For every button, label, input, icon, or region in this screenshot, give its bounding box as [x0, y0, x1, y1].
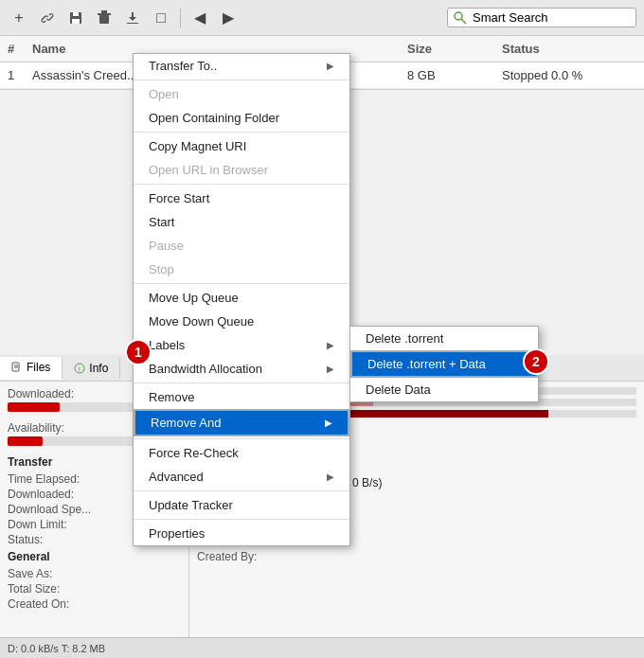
separator-7 — [134, 490, 349, 491]
separator-3 — [134, 184, 349, 185]
submenu-delete-torrent-data[interactable]: Delete .torrent + Data — [350, 350, 538, 378]
save-as-label: Save As: — [8, 567, 181, 580]
separator-6 — [134, 438, 349, 439]
status-bar-text: D: 0.0 kB/s T: 8.2 MB — [8, 643, 105, 654]
created-on-label: Created On: — [8, 597, 181, 611]
menu-labels[interactable]: Labels ▶ — [134, 333, 349, 357]
separator-5 — [134, 382, 349, 383]
menu-remove[interactable]: Remove — [134, 385, 349, 409]
download-button[interactable] — [121, 7, 144, 29]
svg-rect-3 — [98, 13, 111, 15]
svg-rect-2 — [72, 19, 80, 24]
delete-button[interactable] — [93, 7, 116, 29]
svg-text:i: i — [79, 365, 80, 373]
menu-bandwidth[interactable]: Bandwidth Allocation ▶ — [134, 357, 349, 381]
next-button[interactable]: ▶ — [217, 7, 240, 29]
col-size: Size — [407, 42, 502, 56]
availability-progress-fill — [8, 436, 43, 446]
svg-point-6 — [455, 12, 462, 20]
menu-pause[interactable]: Pause — [134, 234, 349, 258]
row-num: 1 — [0, 68, 28, 82]
separator-2 — [134, 132, 349, 133]
tab-info-label: Info — [89, 362, 108, 375]
save-button[interactable] — [64, 7, 87, 29]
row-status: Stopped 0.0 % — [502, 68, 644, 82]
context-menu: Transfer To.. ▶ Open Open Containing Fol… — [133, 53, 350, 546]
square-button[interactable]: □ — [150, 7, 172, 29]
tab-files[interactable]: Files — [0, 357, 63, 380]
svg-line-7 — [461, 19, 466, 24]
menu-advanced[interactable]: Advanced ▶ — [134, 465, 349, 489]
toolbar: + □ ◀ ▶ Smart Search — [0, 0, 644, 36]
menu-remove-and[interactable]: Remove And ▶ — [134, 409, 349, 436]
badge-2: 2 — [523, 348, 549, 375]
prev-button[interactable]: ◀ — [188, 7, 211, 29]
status-bar: D: 0.0 kB/s T: 8.2 MB — [0, 637, 644, 658]
menu-properties[interactable]: Properties — [134, 522, 349, 545]
submenu-arrow-bandwidth: ▶ — [327, 364, 334, 374]
total-size-label: Total Size: — [8, 582, 181, 596]
submenu-arrow-labels: ▶ — [327, 340, 334, 350]
menu-force-start[interactable]: Force Start — [134, 187, 349, 210]
smart-search-label: Smart Search — [473, 10, 547, 25]
svg-rect-5 — [99, 15, 109, 24]
menu-start[interactable]: Start — [134, 210, 349, 234]
smart-search-box[interactable]: Smart Search — [447, 8, 636, 27]
row-size: 8 GB — [407, 68, 502, 82]
submenu-delete-torrent[interactable]: Delete .torrent — [350, 327, 538, 350]
menu-force-recheck[interactable]: Force Re-Check — [134, 441, 349, 465]
menu-open[interactable]: Open — [134, 82, 349, 106]
col-num: # — [0, 42, 28, 56]
submenu-removeand: Delete .torrent Delete .torrent + Data D… — [349, 326, 539, 402]
separator-8 — [134, 519, 349, 520]
submenu-arrow-transfer: ▶ — [327, 61, 334, 71]
separator-1 — [134, 80, 349, 80]
separator-4 — [134, 283, 349, 284]
svg-rect-1 — [73, 12, 79, 16]
add-button[interactable]: + — [8, 7, 30, 29]
submenu-arrow-advanced: ▶ — [327, 471, 334, 482]
menu-open-url[interactable]: Open URL in Browser — [134, 158, 349, 182]
menu-open-folder[interactable]: Open Containing Folder — [134, 106, 349, 130]
menu-transfer-to[interactable]: Transfer To.. ▶ — [134, 54, 349, 78]
general-section: General — [8, 550, 181, 563]
menu-move-up[interactable]: Move Up Queue — [134, 286, 349, 310]
tab-info[interactable]: i Info — [63, 358, 120, 379]
divider — [180, 9, 181, 27]
created-by-label: Created By: — [197, 550, 257, 563]
col-status: Status — [502, 42, 644, 56]
menu-copy-magnet[interactable]: Copy Magnet URI — [134, 134, 349, 158]
svg-rect-4 — [101, 10, 107, 13]
badge-1: 1 — [125, 339, 152, 365]
submenu-delete-data[interactable]: Delete Data — [350, 378, 538, 401]
tab-files-label: Files — [27, 361, 50, 374]
submenu-arrow-removeand: ▶ — [325, 418, 332, 428]
downloaded-progress-fill — [8, 402, 60, 412]
menu-stop[interactable]: Stop — [134, 258, 349, 281]
link-button[interactable] — [36, 7, 59, 29]
menu-move-down[interactable]: Move Down Queue — [134, 310, 349, 333]
menu-update-tracker[interactable]: Update Tracker — [134, 493, 349, 517]
